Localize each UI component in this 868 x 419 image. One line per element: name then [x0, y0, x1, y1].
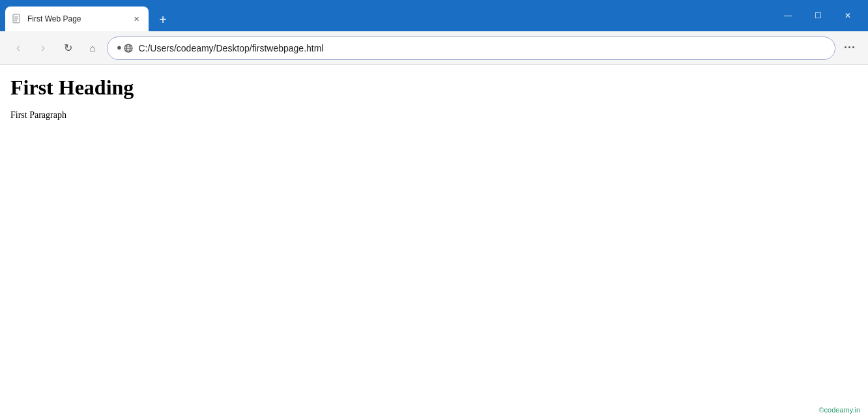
maximize-button[interactable]: ☐ [803, 0, 833, 31]
tab-title: First Web Page [27, 14, 125, 23]
active-tab[interactable]: First Web Page ✕ [5, 7, 149, 31]
refresh-icon: ↻ [64, 42, 72, 54]
more-icon: ··· [844, 41, 856, 55]
address-bar-container[interactable]: ● [107, 36, 835, 60]
back-button[interactable]: ‹ [8, 38, 29, 59]
home-button[interactable]: ⌂ [82, 38, 103, 59]
window-controls: — ☐ ✕ [773, 0, 863, 31]
content-area: First Heading First Paragraph ©codeamy.i… [0, 65, 868, 419]
new-tab-button[interactable]: + [151, 8, 175, 31]
tab-icon [12, 14, 22, 24]
close-button[interactable]: ✕ [833, 0, 863, 31]
minimize-button[interactable]: — [773, 0, 803, 31]
forward-button[interactable]: › [33, 38, 53, 59]
tab-area: First Web Page ✕ + [5, 0, 773, 31]
page-paragraph: First Paragraph [10, 110, 858, 121]
back-icon: ‹ [16, 41, 20, 55]
more-options-button[interactable]: ··· [839, 38, 860, 59]
home-icon: ⌂ [89, 42, 95, 53]
globe-icon: ● [117, 42, 133, 53]
navigation-bar: ‹ › ↻ ⌂ ● ··· [0, 31, 868, 65]
forward-icon: › [41, 41, 45, 55]
watermark: ©codeamy.in [818, 406, 860, 414]
title-bar: First Web Page ✕ + — ☐ ✕ [0, 0, 868, 31]
tab-close-button[interactable]: ✕ [130, 13, 142, 25]
page-heading: First Heading [10, 76, 858, 100]
refresh-button[interactable]: ↻ [57, 38, 78, 59]
address-input[interactable] [138, 43, 826, 53]
